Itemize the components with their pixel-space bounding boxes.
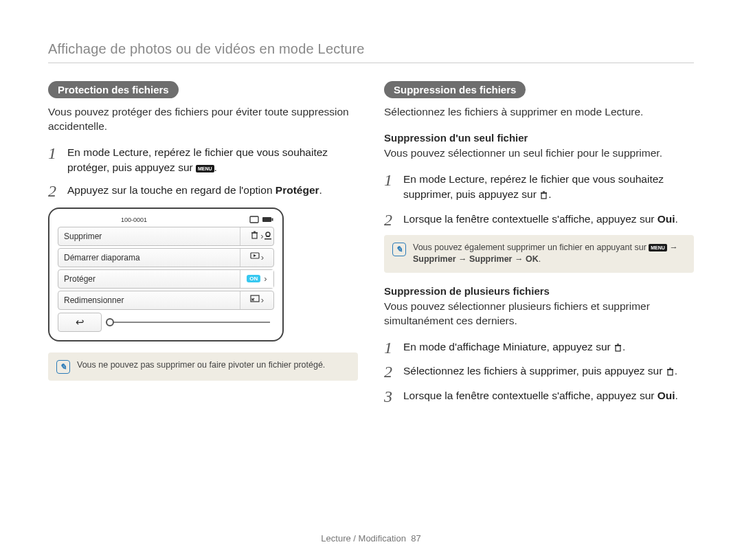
menu-item-proteger[interactable]: Protéger ON› (58, 269, 274, 289)
svg-rect-17 (617, 344, 619, 344)
svg-rect-0 (250, 216, 258, 223)
on-badge: ON (247, 275, 260, 282)
svg-rect-16 (615, 345, 621, 346)
slideshow-icon (250, 252, 260, 262)
menu-item-diaporama[interactable]: Démarrer diaporama › (58, 248, 274, 267)
screen-statusbar: 100-0001 (58, 216, 274, 225)
step-number: 1 (48, 145, 60, 176)
note-text: Vous ne pouvez pas supprimer ou faire pi… (77, 359, 325, 372)
single-step-1: 1 En mode Lecture, repérez le fichier qu… (384, 172, 694, 205)
back-button[interactable]: ↩ (58, 313, 102, 332)
step-text: Sélectionnez les fichiers à supprimer, p… (403, 363, 694, 381)
chevron-right-icon: › (261, 252, 264, 262)
tip-text: Vous pouvez également supprimer un fichi… (413, 242, 686, 266)
multi-desc: Vous pouvez sélectionner plusieurs fichi… (384, 300, 694, 328)
progress-bar[interactable] (107, 322, 270, 323)
svg-rect-7 (251, 232, 258, 233)
section-heading-protection: Protection des fichiers (48, 81, 179, 98)
note-icon: ✎ (392, 243, 406, 256)
trash-icon (614, 341, 622, 357)
content-columns: Protection des fichiers Vous pouvez prot… (48, 81, 694, 412)
single-desc: Vous pouvez sélectionner un seul fichier… (384, 146, 694, 161)
multi-step-2: 2 Sélectionnez les fichiers à supprimer,… (384, 363, 694, 381)
menu-icon: MENU (196, 165, 214, 172)
trash-icon (250, 231, 259, 242)
svg-rect-6 (252, 233, 257, 238)
divider (48, 63, 694, 63)
note-box: ✎ Vous ne pouvez pas supprimer ou faire … (48, 352, 358, 381)
svg-rect-5 (265, 238, 271, 240)
svg-rect-4 (267, 236, 270, 237)
step-number: 2 (384, 363, 396, 381)
tip-box: ✎ Vous pouvez également supprimer un fic… (384, 235, 694, 273)
left-column: Protection des fichiers Vous pouvez prot… (48, 81, 358, 412)
protection-intro: Vous pouvez protéger des fichiers pour é… (48, 105, 358, 134)
chevron-right-icon: › (261, 295, 264, 305)
step-number: 2 (48, 183, 60, 199)
back-arrow-icon: ↩ (76, 316, 85, 328)
svg-marker-10 (254, 254, 256, 257)
lock-icon (263, 231, 273, 243)
svg-rect-13 (541, 192, 547, 193)
manual-page: Affichage de photos ou de vidéos en mode… (0, 0, 742, 560)
single-step-2: 2 Lorsque la fenêtre contextuelle s'affi… (384, 212, 694, 228)
step-text: En mode Lecture, repérez le fichier que … (67, 145, 358, 176)
menu-icon: MENU (649, 244, 667, 251)
multi-step-3: 3 Lorsque la fenêtre contextuelle s'affi… (384, 388, 694, 405)
step-text: Lorsque la fenêtre contextuelle s'affich… (403, 212, 694, 228)
camera-screen-figure: 100-0001 Supprimer › Démarrer diap (48, 208, 284, 341)
battery-icon (262, 216, 274, 225)
svg-rect-8 (254, 231, 256, 232)
right-column: Suppression des fichiers Sélectionnez le… (384, 81, 694, 412)
step-number: 1 (384, 172, 396, 205)
step-text: En mode Lecture, repérez le fichier que … (403, 172, 694, 205)
step-number: 3 (384, 388, 396, 405)
menu-item-supprimer[interactable]: Supprimer › (58, 227, 274, 246)
step-number: 2 (384, 212, 396, 228)
suppression-intro: Sélectionnez les fichiers à supprimer en… (384, 105, 694, 120)
step-text: En mode d'affichage Miniature, appuyez s… (403, 339, 694, 357)
svg-rect-1 (262, 217, 271, 222)
svg-rect-15 (616, 346, 620, 351)
screen-bottom-row: ↩ (58, 313, 274, 332)
step-1: 1 En mode Lecture, repérez le fichier qu… (48, 145, 358, 176)
step-2: 2 Appuyez sur la touche en regard de l'o… (48, 183, 358, 199)
section-heading-suppression: Suppression des fichiers (384, 81, 526, 98)
step-text: Appuyez sur la touche en regard de l'opt… (67, 183, 358, 199)
trash-icon (539, 189, 548, 204)
page-title: Affichage de photos ou de vidéos en mode… (48, 41, 694, 57)
subheading-single: Suppression d'un seul fichier (384, 132, 694, 144)
chevron-right-icon: › (264, 273, 267, 284)
resize-icon (250, 295, 260, 305)
svg-rect-12 (541, 193, 546, 199)
menu-item-redimensionner[interactable]: Redimensionner › (58, 291, 274, 310)
page-footer: Lecture / Modification 87 (0, 533, 742, 544)
card-icon (249, 216, 259, 225)
step-text: Lorsque la fenêtre contextuelle s'affich… (403, 388, 694, 405)
svg-rect-20 (669, 368, 671, 368)
svg-rect-14 (543, 192, 545, 192)
trash-icon (666, 366, 675, 381)
svg-rect-19 (667, 369, 673, 370)
subheading-multi: Suppression de plusieurs fichiers (384, 285, 694, 297)
multi-step-1: 1 En mode d'affichage Miniature, appuyez… (384, 339, 694, 357)
svg-rect-18 (668, 370, 673, 375)
step-number: 1 (384, 339, 396, 357)
note-icon: ✎ (56, 360, 70, 374)
svg-rect-2 (272, 218, 273, 221)
file-number: 100-0001 (121, 216, 147, 223)
